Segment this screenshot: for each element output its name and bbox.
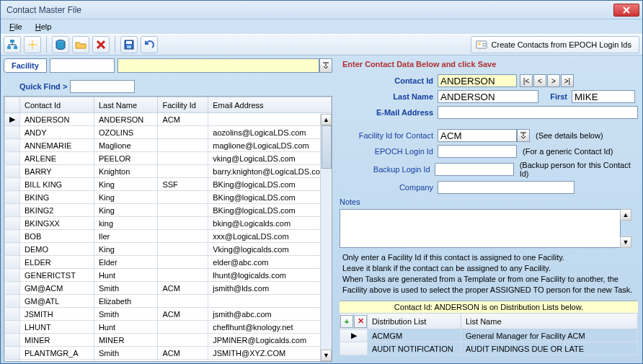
cell[interactable]: BKING bbox=[20, 191, 94, 204]
cell[interactable]: LHUNT bbox=[20, 321, 94, 334]
table-row[interactable]: BOBIlerxxx@LogicaLDS.com bbox=[5, 230, 332, 243]
table-row[interactable]: PLANTMGR_ASmithACMJSMITH@XYZ.COM bbox=[5, 347, 332, 360]
cell[interactable]: Maglione bbox=[94, 139, 158, 152]
facility-tab[interactable]: Facility bbox=[4, 58, 47, 73]
tb-delete-button[interactable] bbox=[92, 36, 110, 53]
table-row[interactable]: BKINGXXkingbking@Logicalds.com bbox=[5, 217, 332, 230]
cell[interactable]: GM@ATL bbox=[20, 295, 94, 308]
input-first[interactable] bbox=[572, 90, 635, 103]
cell[interactable] bbox=[158, 295, 208, 308]
input-contact-id[interactable] bbox=[438, 74, 517, 87]
input-epoch-login[interactable] bbox=[438, 145, 517, 158]
tb-new-button[interactable] bbox=[24, 36, 41, 53]
table-row[interactable]: PM@ACMJones bbox=[5, 360, 332, 363]
dist-delete-button[interactable]: ✕ bbox=[354, 315, 367, 328]
tb-open-button[interactable] bbox=[72, 36, 89, 53]
table-row[interactable]: DEMOKingVking@logicalds.com bbox=[5, 243, 332, 256]
input-notes[interactable] bbox=[340, 209, 621, 248]
cell[interactable] bbox=[158, 139, 208, 152]
cell[interactable]: SSF bbox=[158, 178, 208, 191]
cell[interactable]: Hunt bbox=[94, 269, 158, 282]
notes-scroll-down[interactable]: ▼ bbox=[620, 236, 631, 248]
cell[interactable]: cheflhunt@knology.net bbox=[208, 321, 332, 334]
cell[interactable] bbox=[158, 217, 208, 230]
cell[interactable]: barry.knighton@LogicaLDS.com bbox=[208, 165, 332, 178]
cell[interactable]: General Manager for Facility ACM bbox=[461, 329, 638, 342]
cell[interactable]: BKINGXX bbox=[20, 217, 94, 230]
cell[interactable]: jsmith@abc.com bbox=[208, 308, 332, 321]
table-row[interactable]: ▶ACMGMGeneral Manager for Facility ACM bbox=[340, 329, 638, 342]
cell[interactable]: lhunt@logicalds.com bbox=[208, 269, 332, 282]
grid-scrollbar[interactable]: ▲ ▼ bbox=[320, 114, 332, 361]
table-row[interactable]: BKING2KingBKing@logicaLDS.com bbox=[5, 204, 332, 217]
table-row[interactable]: BARRYKnightonbarry.knighton@LogicaLDS.co… bbox=[5, 165, 332, 178]
cell[interactable] bbox=[208, 295, 332, 308]
cell[interactable]: King bbox=[94, 178, 158, 191]
table-row[interactable]: BILL KINGKingSSFBKing@logicaLDS.com bbox=[5, 178, 332, 191]
nav-first-button[interactable]: |< bbox=[520, 74, 533, 87]
cell[interactable]: MINER bbox=[20, 334, 94, 347]
col-email[interactable]: Email Address bbox=[208, 97, 332, 113]
input-backup-login[interactable] bbox=[435, 163, 514, 176]
cell[interactable] bbox=[158, 269, 208, 282]
cell[interactable]: BOB bbox=[20, 230, 94, 243]
cell[interactable]: ACM bbox=[158, 347, 208, 360]
cell[interactable]: DEMO bbox=[20, 243, 94, 256]
table-row[interactable]: GM@ATLElizabeth bbox=[5, 295, 332, 308]
table-row[interactable]: ANNEMARIEMaglionemaglione@LogicaLDS.com bbox=[5, 139, 332, 152]
cell[interactable]: PM@ACM bbox=[20, 360, 94, 363]
input-facility-id[interactable] bbox=[438, 129, 517, 142]
table-row[interactable]: LHUNTHuntcheflhunt@knology.net bbox=[5, 321, 332, 334]
table-row[interactable]: ANDYOZOLINSaozolins@LogicaLDS.com bbox=[5, 126, 332, 139]
cell[interactable]: ACMGM bbox=[368, 329, 461, 342]
menu-help[interactable]: Help bbox=[30, 21, 58, 32]
cell[interactable]: OZOLINS bbox=[94, 126, 158, 139]
cell[interactable] bbox=[158, 321, 208, 334]
cell[interactable]: King bbox=[94, 191, 158, 204]
scroll-thumb[interactable] bbox=[322, 125, 332, 169]
cell[interactable]: JPMINER@Logicalds.com bbox=[208, 334, 332, 347]
tb-create-epoch-button[interactable]: Create Contacts from EPOCH Login Ids bbox=[471, 36, 639, 53]
cell[interactable]: aozolins@LogicaLDS.com bbox=[208, 126, 332, 139]
cell[interactable]: Elder bbox=[94, 256, 158, 269]
nav-last-button[interactable]: >| bbox=[561, 74, 574, 87]
cell[interactable]: BKing@logicaLDS.com bbox=[208, 191, 332, 204]
quickfind-input[interactable] bbox=[70, 80, 135, 93]
menu-file[interactable]: File bbox=[4, 21, 28, 32]
cell[interactable]: GM@ACM bbox=[20, 282, 94, 295]
cell[interactable]: ELDER bbox=[20, 256, 94, 269]
facility-desc-input[interactable] bbox=[117, 58, 319, 73]
table-row[interactable]: AUDIT NOTIFICATIONAUDIT FINDINGS DUE OR … bbox=[340, 342, 638, 355]
col-last-name[interactable]: Last Name bbox=[94, 97, 158, 113]
table-row[interactable]: MINERMINERJPMINER@Logicalds.com bbox=[5, 334, 332, 347]
cell[interactable]: Smith bbox=[94, 282, 158, 295]
input-last-name[interactable] bbox=[438, 90, 538, 103]
cell[interactable] bbox=[158, 230, 208, 243]
cell[interactable]: jsmith@lds.com bbox=[208, 282, 332, 295]
scroll-up-button[interactable]: ▲ bbox=[321, 114, 332, 125]
table-row[interactable]: BKINGKingBKing@logicaLDS.com bbox=[5, 191, 332, 204]
cell[interactable]: BARRY bbox=[20, 165, 94, 178]
cell[interactable] bbox=[158, 243, 208, 256]
col-facility-id[interactable]: Facility Id bbox=[158, 97, 208, 113]
tb-db-button[interactable] bbox=[52, 36, 69, 53]
cell[interactable]: King bbox=[94, 204, 158, 217]
cell[interactable]: vking@LogicaLDS.com bbox=[208, 152, 332, 165]
cell[interactable] bbox=[158, 152, 208, 165]
dist-add-button[interactable]: + bbox=[340, 315, 353, 328]
cell[interactable]: ARLENE bbox=[20, 152, 94, 165]
tb-save-button[interactable] bbox=[120, 36, 138, 53]
cell[interactable]: Vking@logicalds.com bbox=[208, 243, 332, 256]
cell[interactable]: ANNEMARIE bbox=[20, 139, 94, 152]
cell[interactable] bbox=[158, 165, 208, 178]
cell[interactable]: ANDERSON bbox=[94, 113, 158, 126]
cell[interactable]: BKing@logicaLDS.com bbox=[208, 178, 332, 191]
cell[interactable]: Hunt bbox=[94, 321, 158, 334]
nav-prev-button[interactable]: < bbox=[533, 74, 546, 87]
cell[interactable]: ACM bbox=[158, 308, 208, 321]
cell[interactable] bbox=[158, 126, 208, 139]
nav-next-button[interactable]: > bbox=[547, 74, 560, 87]
dist-col-list[interactable]: Distribution List bbox=[368, 314, 461, 329]
cell[interactable]: king bbox=[94, 217, 158, 230]
cell[interactable]: JSMITH bbox=[20, 308, 94, 321]
